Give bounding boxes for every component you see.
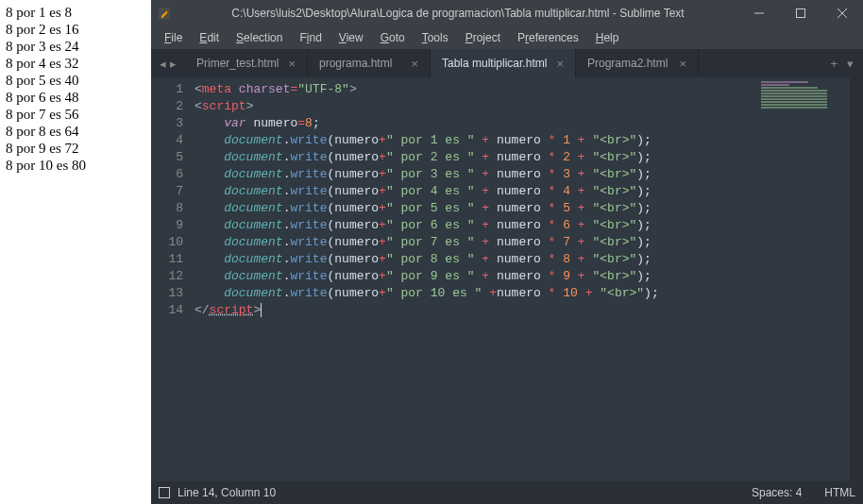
menu-preferences[interactable]: Preferences — [510, 29, 586, 46]
code-content[interactable]: <meta charset="UTF-8"> <script> var nume… — [195, 77, 850, 481]
output-line: 8 por 6 es 48 — [6, 89, 145, 106]
statusbar: Line 14, Column 10 Spaces: 4 HTML — [151, 481, 863, 504]
titlebar[interactable]: C:\Users\luis2\Desktop\Alura\Logica de p… — [151, 0, 863, 26]
line-number: 5 — [151, 149, 195, 166]
menu-view[interactable]: View — [331, 29, 371, 46]
browser-output: 8 por 1 es 8 8 por 2 es 16 8 por 3 es 24… — [0, 0, 151, 504]
tab-label: Primer_test.html — [196, 57, 279, 70]
close-icon[interactable]: × — [288, 57, 296, 71]
maximize-button[interactable] — [780, 0, 821, 26]
code-number: 8 — [305, 116, 313, 130]
panel-switcher-icon[interactable] — [159, 487, 170, 498]
tab-programa[interactable]: programa.html× — [308, 49, 431, 77]
output-line: 8 por 10 es 80 — [6, 157, 145, 174]
code-string: por 5 es — [394, 201, 467, 215]
status-syntax[interactable]: HTML — [824, 486, 855, 499]
menu-help[interactable]: Help — [588, 29, 627, 46]
tab-dropdown-icon[interactable]: ▾ — [847, 57, 854, 71]
line-number: 14 — [151, 302, 195, 319]
text-cursor — [261, 303, 262, 317]
menubar: File Edit Selection Find View Goto Tools… — [151, 26, 863, 49]
code-number: 9 — [563, 269, 570, 283]
code-number: 3 — [563, 167, 570, 181]
code-string: por 2 es — [394, 150, 467, 164]
code-string: por 10 es — [394, 286, 475, 300]
status-cursor: Line 14, Column 10 — [178, 486, 276, 499]
line-number: 9 — [151, 217, 195, 234]
code-string: por 6 es — [394, 218, 467, 232]
code-string: por 3 es — [394, 167, 467, 181]
code-number: 10 — [563, 286, 578, 300]
chevron-right-icon[interactable]: ▸ — [170, 57, 177, 71]
code-string: por 8 es — [394, 252, 467, 266]
tabbar: ◂ ▸ Primer_test.html× programa.html× Tab… — [151, 49, 863, 77]
line-number: 8 — [151, 200, 195, 217]
close-icon[interactable]: × — [679, 57, 686, 71]
minimize-button[interactable] — [738, 0, 780, 26]
code-string: por 4 es — [394, 184, 467, 198]
tab-label: Programa2.html — [587, 57, 668, 70]
code-number: 1 — [563, 133, 570, 147]
menu-selection[interactable]: Selection — [228, 29, 290, 46]
tab-tabla-multiplicar[interactable]: Tabla multiplicar.html× — [431, 49, 576, 77]
line-number: 2 — [151, 98, 195, 115]
output-line: 8 por 1 es 8 — [6, 4, 145, 21]
svg-rect-2 — [797, 9, 805, 18]
chevron-left-icon[interactable]: ◂ — [160, 57, 166, 71]
code-number: 7 — [563, 235, 570, 249]
gutter: 1 2 3 4 5 6 7 8 9 10 11 12 13 14 — [151, 77, 195, 481]
output-line: 8 por 5 es 40 — [6, 72, 145, 89]
menu-goto[interactable]: Goto — [373, 29, 413, 46]
code-number: 2 — [563, 150, 570, 164]
line-number: 11 — [151, 251, 195, 268]
menu-find[interactable]: Find — [292, 29, 329, 46]
code-number: 6 — [563, 218, 570, 232]
status-spaces[interactable]: Spaces: 4 — [752, 486, 802, 499]
menu-edit[interactable]: Edit — [192, 29, 227, 46]
tab-primer-test[interactable]: Primer_test.html× — [185, 49, 308, 77]
line-number: 1 — [151, 81, 195, 98]
close-icon[interactable]: × — [411, 57, 418, 71]
menu-project[interactable]: Project — [458, 29, 508, 46]
menu-file[interactable]: File — [157, 29, 190, 46]
output-line: 8 por 3 es 24 — [6, 38, 145, 55]
code-number: 4 — [563, 184, 570, 198]
output-line: 8 por 8 es 64 — [6, 123, 145, 140]
tab-nav-arrows[interactable]: ◂ ▸ — [151, 49, 185, 77]
line-number: 12 — [151, 268, 195, 285]
output-line: 8 por 7 es 56 — [6, 106, 145, 123]
window-title: C:\Users\luis2\Desktop\Alura\Logica de p… — [178, 7, 738, 20]
tab-label: programa.html — [319, 57, 392, 70]
output-line: 8 por 2 es 16 — [6, 21, 145, 38]
new-tab-button[interactable]: + — [830, 57, 838, 71]
app-icon — [151, 6, 178, 21]
line-number: 13 — [151, 285, 195, 302]
code-number: 5 — [563, 201, 570, 215]
line-number: 6 — [151, 166, 195, 183]
line-number: 7 — [151, 183, 195, 200]
code-area[interactable]: 1 2 3 4 5 6 7 8 9 10 11 12 13 14 <meta c… — [151, 77, 863, 481]
code-string: por 1 es — [394, 133, 467, 147]
tab-programa2[interactable]: Programa2.html× — [576, 49, 699, 77]
code-string: por 7 es — [394, 235, 467, 249]
line-number: 10 — [151, 234, 195, 251]
close-button[interactable] — [821, 0, 863, 26]
minimap[interactable] — [761, 81, 837, 109]
menu-tools[interactable]: Tools — [415, 29, 456, 46]
code-number: 8 — [563, 252, 570, 266]
line-number: 3 — [151, 115, 195, 132]
output-line: 8 por 4 es 32 — [6, 55, 145, 72]
vertical-scrollbar[interactable] — [850, 77, 863, 481]
line-number: 4 — [151, 132, 195, 149]
tab-label: Tabla multiplicar.html — [442, 57, 547, 70]
output-line: 8 por 9 es 72 — [6, 140, 145, 157]
code-string: por 9 es — [394, 269, 467, 283]
sublime-window: C:\Users\luis2\Desktop\Alura\Logica de p… — [151, 0, 863, 504]
close-icon[interactable]: × — [556, 57, 564, 71]
